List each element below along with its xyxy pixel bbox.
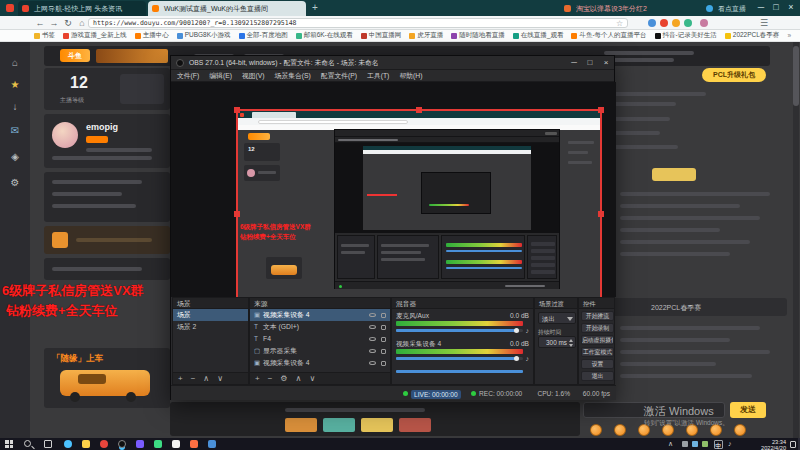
menu-tools[interactable]: 工具(T) xyxy=(367,71,389,81)
scene-up-icon[interactable]: ∧ xyxy=(203,374,209,384)
bookmark-star-icon[interactable]: ☆ xyxy=(616,19,623,28)
tray-icon[interactable] xyxy=(702,441,708,447)
taskbar-app-icon[interactable] xyxy=(208,440,216,448)
thumb[interactable] xyxy=(399,418,431,432)
obs-maximize-icon[interactable]: □ xyxy=(582,56,598,70)
tab-kandian-live[interactable]: 看点直播 xyxy=(702,1,750,16)
source-up-icon[interactable]: ∧ xyxy=(296,374,302,384)
source-item[interactable]: TF4 xyxy=(250,333,390,345)
visibility-eye-icon[interactable] xyxy=(369,313,376,317)
rank-row[interactable] xyxy=(586,114,786,126)
browser-menu-icon[interactable]: ☰ xyxy=(760,18,768,28)
resize-handle[interactable] xyxy=(234,211,240,217)
transitions-dock-title[interactable]: 场景过渡 xyxy=(535,298,577,309)
taskbar-app-edge[interactable] xyxy=(64,440,72,448)
ride-car-card[interactable]: 「随缘」上车 xyxy=(44,348,170,408)
exit-button[interactable]: 退出 xyxy=(581,371,614,381)
source-properties-icon[interactable]: ⚙ xyxy=(280,374,287,384)
speaker-icon[interactable]: ♪ xyxy=(526,355,530,362)
bookmark-item[interactable]: 斗鱼-每个人的直播平台 xyxy=(571,31,646,40)
douyu-logo[interactable]: 斗鱼 xyxy=(60,49,90,62)
apps-icon[interactable]: ◈ xyxy=(8,150,22,164)
transition-select[interactable]: 淡出 xyxy=(538,312,576,324)
avatar[interactable] xyxy=(52,122,78,148)
lock-icon[interactable] xyxy=(381,361,386,366)
home-icon[interactable]: ⌂ xyxy=(76,18,88,28)
start-recording-button[interactable]: 开始录制 xyxy=(581,323,614,333)
address-bar[interactable]: https://www.douyu.com/9001200?_r=0.13092… xyxy=(88,18,628,28)
visibility-eye-icon[interactable] xyxy=(369,337,376,341)
rank-row[interactable] xyxy=(586,142,786,154)
bookmark-item[interactable]: 主播中心 xyxy=(135,31,169,40)
virtual-camera-button[interactable]: 启动虚拟摄像机 xyxy=(581,335,614,345)
source-item[interactable]: ▣视频采集设备 4 xyxy=(250,357,390,369)
slider-knob[interactable] xyxy=(514,328,519,333)
menu-view[interactable]: 视图(V) xyxy=(242,71,265,81)
right-pill-button[interactable]: PCL升级礼包 xyxy=(702,68,766,82)
gift-icon[interactable] xyxy=(734,424,746,436)
settings-icon[interactable]: ⚙ xyxy=(8,176,22,190)
bookmark-item[interactable]: 随时随地看直播 xyxy=(451,31,505,40)
refresh-icon[interactable]: ↻ xyxy=(62,18,74,28)
bookmark-item[interactable]: 在线直播_观看 xyxy=(513,31,564,40)
resize-handle[interactable] xyxy=(416,107,422,113)
window-maximize-icon[interactable]: □ xyxy=(769,2,783,12)
obs-minimize-icon[interactable]: ─ xyxy=(566,56,582,70)
source-item[interactable]: ▢显示器采集 xyxy=(250,345,390,357)
tab-douyu-stream[interactable]: WuK测试直播_WuK的斗鱼直播间 xyxy=(148,1,306,16)
gift-icon[interactable] xyxy=(614,424,626,436)
menu-help[interactable]: 帮助(H) xyxy=(399,71,422,81)
gift-icon[interactable] xyxy=(52,232,68,248)
sources-dock-title[interactable]: 来源 xyxy=(250,298,390,309)
resize-handle[interactable] xyxy=(598,107,604,113)
extension-icon[interactable] xyxy=(648,19,656,27)
menu-file[interactable]: 文件(F) xyxy=(177,71,199,81)
gift-icon[interactable] xyxy=(590,424,602,436)
bookmark-item[interactable]: 中国直播网 xyxy=(361,31,402,40)
taskbar-app-chrome[interactable] xyxy=(100,440,108,448)
lock-icon[interactable] xyxy=(381,313,386,318)
visibility-eye-icon[interactable] xyxy=(369,349,376,353)
bookmarks-overflow-icon[interactable]: » xyxy=(787,32,791,39)
back-icon[interactable]: ← xyxy=(34,18,46,28)
bookmark-item[interactable]: 全部-百度地图 xyxy=(239,31,288,40)
forward-icon[interactable]: → xyxy=(48,18,60,28)
taskbar-app-icon[interactable] xyxy=(136,440,144,448)
bookmark-item[interactable]: 书签 xyxy=(34,31,55,40)
task-view-icon[interactable] xyxy=(44,440,52,448)
page-scrollbar[interactable] xyxy=(793,42,799,438)
duration-spinner[interactable]: 300 ms xyxy=(538,336,576,348)
download-icon[interactable]: ↓ xyxy=(8,100,22,114)
source-down-icon[interactable]: ∨ xyxy=(309,374,315,384)
tab-nav-portal[interactable]: 上网导航-轻快上网 头条资讯 xyxy=(18,1,146,16)
home-icon[interactable]: ⌂ xyxy=(8,56,22,70)
game-badge[interactable] xyxy=(652,168,696,181)
tray-icon[interactable] xyxy=(682,441,688,447)
new-tab-button[interactable]: + xyxy=(312,2,318,13)
source-item[interactable]: ▣视频采集设备 4 xyxy=(250,309,390,321)
obs-title-bar[interactable]: OBS 27.0.1 (64-bit, windows) - 配置文件: 未命名… xyxy=(171,56,614,70)
bookmark-item[interactable]: PUBG8K小游戏 xyxy=(177,31,231,40)
header-banner[interactable] xyxy=(96,49,168,63)
scene-down-icon[interactable]: ∨ xyxy=(217,374,223,384)
lock-icon[interactable] xyxy=(381,325,386,330)
tray-up-arrow-icon[interactable]: ∧ xyxy=(668,440,673,448)
start-button[interactable] xyxy=(5,440,13,448)
thumb[interactable] xyxy=(323,418,355,432)
mixer-dock-title[interactable]: 混音器 xyxy=(392,298,533,309)
bookmark-item[interactable]: 虎牙直播 xyxy=(409,31,443,40)
lock-icon[interactable] xyxy=(381,349,386,354)
ime-indicator[interactable]: 中 xyxy=(714,440,723,449)
extension-icon[interactable] xyxy=(684,19,692,27)
extension-icon[interactable] xyxy=(672,19,680,27)
menu-scene-collection[interactable]: 场景集合(S) xyxy=(275,71,311,81)
bookmark-item[interactable]: 游戏直播_全新上线 xyxy=(63,31,127,40)
speaker-icon[interactable]: ♪ xyxy=(526,327,530,334)
volume-slider[interactable] xyxy=(396,329,523,332)
extension-icon[interactable] xyxy=(660,19,668,27)
slider-knob[interactable] xyxy=(514,356,519,361)
taskbar-app-icon[interactable] xyxy=(190,440,198,448)
taskbar-app-icon[interactable] xyxy=(172,440,180,448)
volume-slider[interactable] xyxy=(396,357,523,360)
remove-scene-icon[interactable]: − xyxy=(191,374,196,384)
